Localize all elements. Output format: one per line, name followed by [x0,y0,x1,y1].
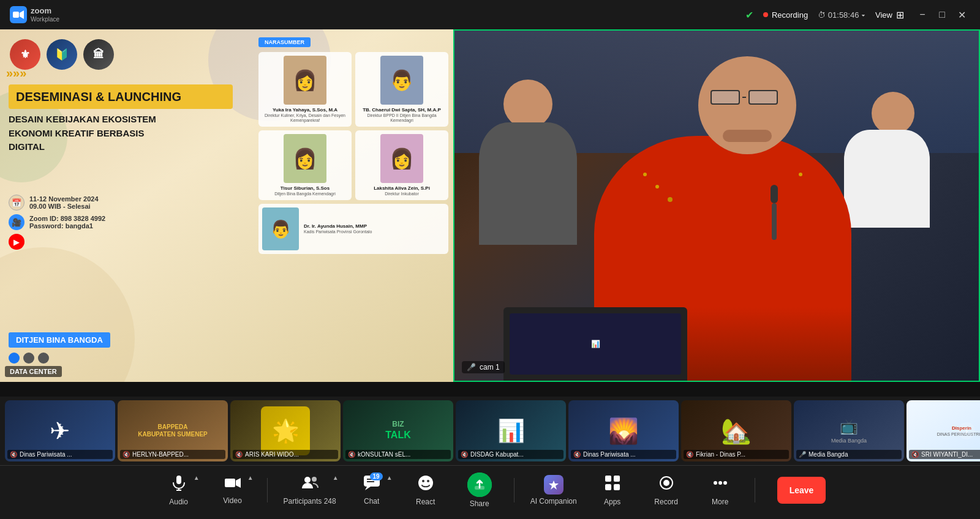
speaker-role-2: Direktur BPPD II Ditjen Bina Bangda Keme… [359,113,445,124]
speaker-photo-1: 👩 [284,56,326,105]
microphone [771,185,778,240]
date-text: 11-12 November 2024 09.00 WIB - Selesai [29,195,99,210]
audio-arrow[interactable]: ▲ [194,474,200,481]
separator-2 [514,478,514,502]
zoom-logo-text: zoom Workplace [31,6,59,23]
svg-rect-20 [605,484,611,490]
svg-rect-5 [225,479,235,487]
mic-muted-icon: 🔇 [10,451,17,458]
ai-companion-button[interactable]: AI Companion [524,471,583,510]
presentation-title-area: DESEMINASI & LAUNCHING DESAIN KEBIJAKAN … [9,84,233,154]
participants-strip: ✈ 🔇 Dinas Pariwisata ... BAPPEDAKABUPATE… [0,397,980,465]
participant-name-4: 🔇 kONSULTAN sEL... [345,450,451,459]
zoom-icon: 🎥 [9,214,24,230]
speaker-name-2: TB. Chaerul Dwi Sapta, SH, M.A.P [359,107,445,113]
apps-icon [604,474,621,495]
svg-point-13 [418,476,433,490]
list-item[interactable]: 📺 Media Bangda 🎤 Media Bangda [794,400,904,461]
mic-muted-icon-7: 🔇 [686,451,693,458]
video-button[interactable]: ▲ Video [208,471,257,510]
record-icon [658,474,675,495]
list-item[interactable]: BAPPEDAKABUPATEN SUMENEP 🔇 HERLYN-BAPPED… [118,400,228,461]
react-label: React [416,498,435,506]
main-video-bg: 📊 🎤 cam 1 [454,31,979,381]
svg-point-25 [718,481,722,485]
zoom-logo: zoom Workplace [10,6,59,23]
speaker-card-4: 👩 Lakshita Aliva Zein, S.Pi Direktur Ink… [355,130,448,200]
react-button[interactable]: React [401,471,450,510]
speaker-name-4: Lakshita Aliva Zein, S.Pi [359,185,445,192]
more-label: More [712,498,728,506]
brand-area: DITJEN BINA BANGDA [9,332,110,364]
audio-button[interactable]: ▲ Audio [154,471,203,510]
participant-name-3: 🔇 ARIS KARI WIDO... [233,450,338,459]
strip-next-arrow[interactable]: › [958,422,975,439]
list-item[interactable]: 📊 🔇 DISDAG Kabupat... [456,400,566,461]
speakers-grid: 👩 Yuka Ira Yahaya, S.Sos, M.A Direktur K… [258,52,448,254]
participant-name-1: 🔇 Dinas Pariwisata ... [7,450,113,459]
audio-label: Audio [169,498,188,506]
list-item[interactable]: 🌟 🔇 ARIS KARI WIDO... [230,400,341,461]
speaker-photo-4: 👩 [380,134,423,183]
apps-button[interactable]: Apps [588,471,637,510]
mic-muted-icon-3: 🔇 [235,451,243,458]
speaker-photo-2: 👨 [380,56,423,105]
date-icon: 📅 [9,195,24,211]
participants-arrow[interactable]: ▲ [333,474,339,481]
view-button[interactable]: View ⊞ [875,9,904,21]
chat-arrow[interactable]: ▲ [386,474,393,481]
participants-button[interactable]: ▲ Participants 248 [277,471,342,510]
minimize-button[interactable]: − [914,6,931,23]
background-person-1 [479,80,577,245]
svg-point-8 [312,477,317,482]
svg-point-24 [714,481,717,485]
svg-rect-19 [614,476,620,482]
list-item[interactable]: ✈ 🔇 Dinas Pariwisata ... [5,400,115,461]
window-controls: − □ ✕ [914,6,970,23]
leave-button[interactable]: Leave [777,477,826,504]
record-button[interactable]: Record [642,471,691,510]
speaker-role-4: Direktur Inkubator [359,192,445,196]
speaker-name-5: Dr. Ir. Ayunda Husain, MMP [304,223,372,230]
share-icon [467,472,492,497]
video-label: Video [223,496,241,505]
titlebar-right: ✔ Recording ⏱ 01:58:46 ▾ View ⊞ − □ ✕ [745,6,970,23]
brand-label: DITJEN BINA BANGDA [9,332,110,348]
narasumber-label: NARASUMBER [258,37,311,47]
participant-name-8: 🎤 Media Bangda [796,450,902,459]
participant-name-5: 🔇 DISDAG Kabupat... [458,450,564,459]
list-item[interactable]: 🌄 🔇 Dinas Pariwisata ... [568,400,679,461]
svg-rect-0 [13,12,19,18]
share-label: Share [470,499,489,508]
speaker-card-1: 👩 Yuka Ira Yahaya, S.Sos, M.A Direktur K… [258,52,352,127]
speaker-card-5: 👨 Dr. Ir. Ayunda Husain, MMP Kadis Pariw… [258,204,448,254]
presentation-panel: ⚜ 🔰 🏛 »»» DESEMINASI & LAUNCHING DESAIN … [0,29,453,382]
participant-name-9: 🔇 SRI WIYANTI_DI... [909,450,980,459]
speaker-card-3: 👩 Tisur Siburian, S.Sos Ditjen Bina Bang… [258,130,352,200]
cam-label-text: cam 1 [480,363,500,372]
svg-marker-10 [365,487,371,490]
presentation-content: ⚜ 🔰 🏛 »»» DESEMINASI & LAUNCHING DESAIN … [0,29,453,382]
svg-marker-17 [549,480,559,490]
svg-marker-1 [20,10,24,19]
zoom-item: 🎥 Zoom ID: 898 3828 4992 Password: bangd… [9,214,105,230]
close-button[interactable]: ✕ [953,6,970,23]
chat-icon: 19 [363,475,380,495]
mic-muted-icon-2: 🔇 [123,451,130,458]
speaker-photo-5: 👨 [262,207,299,250]
record-label: Record [654,498,678,506]
video-icon [224,476,241,494]
more-button[interactable]: More [696,471,745,510]
mic-muted-icon-4: 🔇 [348,451,355,458]
recording-badge: Recording [763,10,808,20]
maximize-button[interactable]: □ [933,6,951,23]
list-item[interactable]: BIZTALK 🔇 kONSULTAN sEL... [343,400,453,461]
zoom-details: Zoom ID: 898 3828 4992 Password: bangda1 [29,215,105,230]
video-arrow[interactable]: ▲ [247,474,254,481]
apps-label: Apps [604,498,620,506]
share-button[interactable]: Share [455,471,504,510]
date-item: 📅 11-12 November 2024 09.00 WIB - Selesa… [9,195,105,211]
svg-rect-21 [614,484,620,490]
chat-button[interactable]: 19 ▲ Chat [347,471,396,510]
list-item[interactable]: 🏡 🔇 Fikrian - Dinas P... [681,400,791,461]
